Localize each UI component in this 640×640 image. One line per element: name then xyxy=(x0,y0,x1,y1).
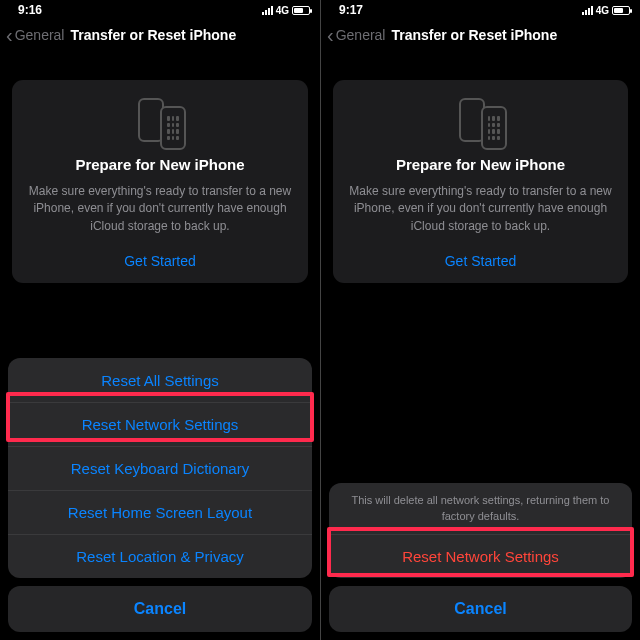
reset-home-screen-layout[interactable]: Reset Home Screen Layout xyxy=(8,490,312,534)
status-bar: 9:17 4G xyxy=(321,0,640,20)
network-label: 4G xyxy=(276,5,289,16)
battery-icon xyxy=(292,6,310,15)
get-started-link[interactable]: Get Started xyxy=(26,253,294,269)
card-body: Make sure everything's ready to transfer… xyxy=(347,183,614,235)
nav-bar: ‹ General Transfer or Reset iPhone xyxy=(321,20,640,50)
battery-icon xyxy=(612,6,630,15)
screenshot-left: 9:16 4G ‹ General Transfer or Reset iPho… xyxy=(0,0,320,640)
status-bar: 9:16 4G xyxy=(0,0,320,20)
signal-icon xyxy=(582,6,593,15)
nav-bar: ‹ General Transfer or Reset iPhone xyxy=(0,20,320,50)
reset-location-privacy[interactable]: Reset Location & Privacy xyxy=(8,534,312,578)
page-title: Transfer or Reset iPhone xyxy=(70,27,236,43)
confirm-message: This will delete all network settings, r… xyxy=(329,483,632,534)
screenshot-right: 9:17 4G ‹ General Transfer or Reset iPho… xyxy=(320,0,640,640)
status-right: 4G xyxy=(582,5,630,16)
signal-icon xyxy=(262,6,273,15)
card-body: Make sure everything's ready to transfer… xyxy=(26,183,294,235)
prepare-card: Prepare for New iPhone Make sure everyth… xyxy=(12,80,308,283)
card-heading: Prepare for New iPhone xyxy=(26,156,294,173)
reset-options-group: Reset All Settings Reset Network Setting… xyxy=(8,358,312,578)
status-time: 9:17 xyxy=(339,3,363,17)
back-label[interactable]: General xyxy=(336,27,386,43)
card-heading: Prepare for New iPhone xyxy=(347,156,614,173)
reset-keyboard-dictionary[interactable]: Reset Keyboard Dictionary xyxy=(8,446,312,490)
reset-all-settings[interactable]: Reset All Settings xyxy=(8,358,312,402)
confirm-group: This will delete all network settings, r… xyxy=(329,483,632,578)
confirm-reset-network-settings[interactable]: Reset Network Settings xyxy=(329,534,632,578)
status-time: 9:16 xyxy=(18,3,42,17)
network-label: 4G xyxy=(596,5,609,16)
status-right: 4G xyxy=(262,5,310,16)
action-sheet: Reset All Settings Reset Network Setting… xyxy=(8,358,312,632)
phones-icon xyxy=(347,98,614,142)
reset-network-settings[interactable]: Reset Network Settings xyxy=(8,402,312,446)
cancel-button[interactable]: Cancel xyxy=(8,586,312,632)
back-label[interactable]: General xyxy=(15,27,65,43)
prepare-card: Prepare for New iPhone Make sure everyth… xyxy=(333,80,628,283)
cancel-button[interactable]: Cancel xyxy=(329,586,632,632)
confirm-sheet: This will delete all network settings, r… xyxy=(329,483,632,632)
phones-icon xyxy=(26,98,294,142)
page-title: Transfer or Reset iPhone xyxy=(391,27,557,43)
get-started-link[interactable]: Get Started xyxy=(347,253,614,269)
